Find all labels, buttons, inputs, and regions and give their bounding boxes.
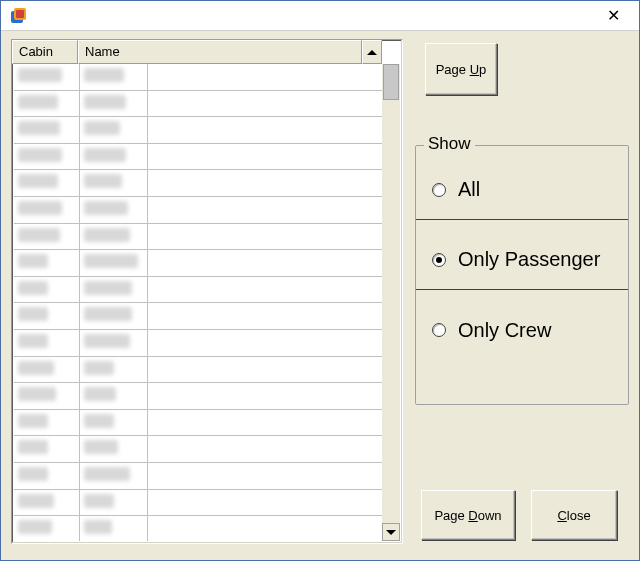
cell-name (80, 490, 148, 517)
chevron-down-icon (386, 530, 396, 535)
cell-name (80, 330, 148, 357)
filter-option-label: Only Crew (458, 319, 551, 342)
table-row[interactable] (14, 303, 400, 330)
page-down-button[interactable]: Page Down (421, 490, 515, 540)
column-header-cabin[interactable]: Cabin (12, 40, 78, 64)
cell-name (80, 224, 148, 251)
table-row[interactable] (14, 170, 400, 197)
svg-rect-2 (16, 10, 24, 18)
cell-cabin (14, 463, 80, 490)
table-row[interactable] (14, 117, 400, 144)
cell-spacer (148, 516, 400, 541)
radio-icon (432, 183, 446, 197)
cell-spacer (148, 117, 400, 144)
cell-name (80, 463, 148, 490)
cell-name (80, 91, 148, 118)
radio-icon (432, 253, 446, 267)
filter-option[interactable]: Only Crew (416, 300, 628, 360)
page-up-button[interactable]: Page Up (425, 43, 497, 95)
filter-option[interactable]: Only Passenger (416, 230, 628, 290)
cell-cabin (14, 277, 80, 304)
scroll-down-button[interactable] (382, 523, 400, 541)
cell-cabin (14, 144, 80, 171)
cell-name (80, 436, 148, 463)
window-close-button[interactable]: ✕ (591, 1, 635, 31)
scroll-thumb[interactable] (383, 64, 399, 100)
filter-option-label: Only Passenger (458, 248, 600, 271)
cell-cabin (14, 197, 80, 224)
cell-name (80, 410, 148, 437)
cell-spacer (148, 277, 400, 304)
cell-spacer (148, 303, 400, 330)
cell-cabin (14, 224, 80, 251)
table-row[interactable] (14, 64, 400, 91)
close-label-post: lose (567, 508, 591, 523)
table-body (14, 64, 400, 541)
cell-spacer (148, 91, 400, 118)
cell-cabin (14, 410, 80, 437)
cell-name (80, 250, 148, 277)
cell-cabin (14, 357, 80, 384)
cell-name (80, 383, 148, 410)
cell-cabin (14, 64, 80, 91)
table-header: Cabin Name (12, 40, 402, 64)
column-header-name[interactable]: Name (78, 40, 362, 64)
show-filter-group: Show AllOnly PassengerOnly Crew (415, 145, 629, 405)
cell-spacer (148, 490, 400, 517)
table-row[interactable] (14, 144, 400, 171)
cell-name (80, 117, 148, 144)
cell-cabin (14, 170, 80, 197)
table-row[interactable] (14, 224, 400, 251)
cell-spacer (148, 64, 400, 91)
cell-cabin (14, 117, 80, 144)
cell-spacer (148, 463, 400, 490)
page-up-label-post: p (479, 62, 486, 77)
show-filter-legend: Show (424, 134, 475, 154)
cell-cabin (14, 383, 80, 410)
page-down-label-pre: Page (434, 508, 468, 523)
table-row[interactable] (14, 330, 400, 357)
scroll-up-button[interactable] (362, 40, 382, 64)
cell-spacer (148, 410, 400, 437)
cell-spacer (148, 357, 400, 384)
passenger-table: Cabin Name (11, 39, 403, 544)
cell-spacer (148, 383, 400, 410)
cell-name (80, 303, 148, 330)
table-row[interactable] (14, 410, 400, 437)
radio-icon (432, 323, 446, 337)
cell-spacer (148, 250, 400, 277)
chevron-up-icon (367, 50, 377, 55)
cell-name (80, 64, 148, 91)
close-label-ul: C (557, 508, 566, 523)
table-row[interactable] (14, 197, 400, 224)
table-row[interactable] (14, 490, 400, 517)
table-row[interactable] (14, 91, 400, 118)
vertical-scrollbar[interactable] (382, 64, 400, 541)
right-pane: Page Up Show AllOnly PassengerOnly Crew … (415, 39, 629, 550)
filter-option[interactable]: All (416, 160, 628, 220)
cell-spacer (148, 170, 400, 197)
table-row[interactable] (14, 463, 400, 490)
table-row[interactable] (14, 516, 400, 541)
page-down-label-ul: D (468, 508, 477, 523)
app-icon (9, 7, 27, 25)
cell-name (80, 170, 148, 197)
close-button[interactable]: Close (531, 490, 617, 540)
cell-cabin (14, 91, 80, 118)
dialog-window: ✕ Cabin Name Page Up (0, 0, 640, 561)
table-row[interactable] (14, 277, 400, 304)
cell-cabin (14, 303, 80, 330)
cell-cabin (14, 516, 80, 541)
cell-spacer (148, 224, 400, 251)
page-up-label-ul: U (470, 62, 479, 77)
table-row[interactable] (14, 250, 400, 277)
table-row[interactable] (14, 436, 400, 463)
cell-spacer (148, 144, 400, 171)
table-row[interactable] (14, 383, 400, 410)
page-down-label-post: own (478, 508, 502, 523)
cell-name (80, 197, 148, 224)
cell-spacer (148, 197, 400, 224)
table-row[interactable] (14, 357, 400, 384)
titlebar: ✕ (1, 1, 639, 31)
cell-name (80, 144, 148, 171)
